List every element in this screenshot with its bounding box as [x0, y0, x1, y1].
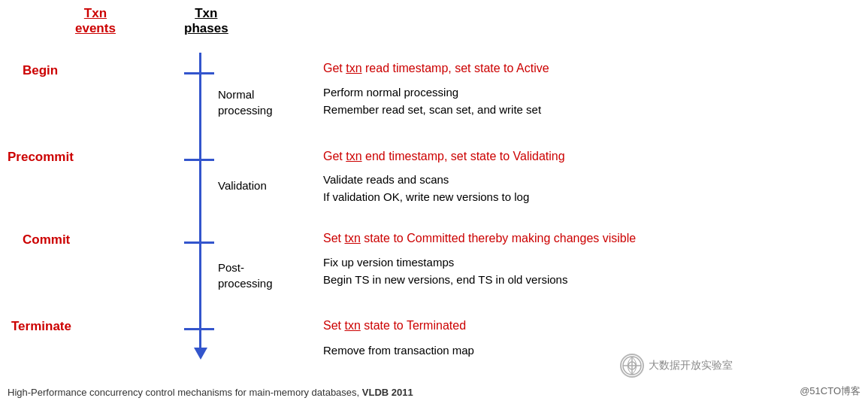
footer: High-Performance concurrency control mec…: [8, 387, 413, 398]
desc-validation-black: Validate reads and scans If validation O…: [323, 172, 529, 205]
header-phases-label: Txnphases: [184, 6, 228, 36]
desc-begin-red: Get txn read timestamp, set state to Act…: [323, 62, 549, 75]
desc-normal-black: Perform normal processing Remember read …: [323, 84, 541, 118]
event-terminate: Terminate: [11, 319, 71, 334]
phase-validation: Validation: [218, 179, 267, 192]
tick-terminate: [184, 328, 214, 330]
tick-commit: [184, 241, 214, 244]
footer-blog: @51CTO博客: [800, 384, 860, 398]
footer-citation: High-Performance concurrency control mec…: [8, 387, 359, 398]
header-events-label: Txnevents: [75, 6, 116, 36]
footer-venue: VLDB 2011: [359, 387, 413, 398]
tick-precommit: [184, 159, 214, 161]
desc-precommit-red: Get txn end timestamp, set state to Vali…: [323, 150, 565, 163]
watermark-icon: [620, 354, 644, 378]
watermark-text: 大数据开放实验室: [649, 359, 733, 372]
main-content: Txnevents Txnphases Begin Precommit Comm…: [0, 0, 868, 404]
watermark: 大数据开放实验室: [620, 354, 733, 378]
event-commit: Commit: [23, 232, 70, 248]
event-precommit: Precommit: [8, 150, 74, 165]
desc-commit-red: Set txn state to Committed thereby makin…: [323, 232, 636, 245]
desc-terminate-red: Set txn state to Terminated: [323, 319, 466, 333]
tick-begin: [184, 72, 214, 74]
timeline-arrow: [194, 348, 207, 360]
desc-post-black: Fix up version timestamps Begin TS in ne…: [323, 254, 567, 288]
timeline-line: [199, 53, 201, 350]
phase-normal: Normalprocessing: [218, 87, 273, 118]
desc-remove-black: Remove from transaction map: [323, 344, 474, 357]
phase-post: Post-processing: [218, 260, 273, 291]
event-begin: Begin: [23, 63, 58, 78]
